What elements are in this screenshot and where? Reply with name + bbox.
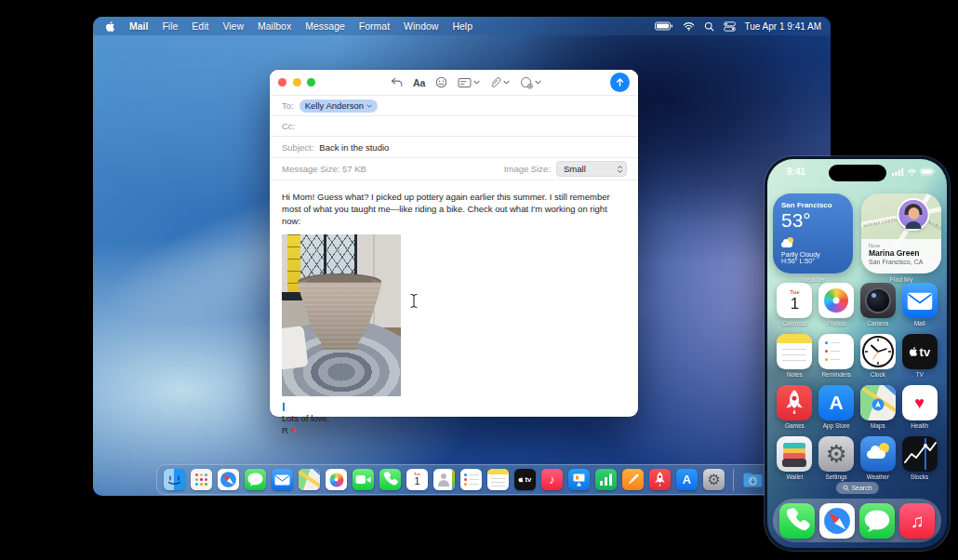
- dock-reminders[interactable]: [460, 469, 482, 490]
- calendar-day: 1: [791, 296, 799, 312]
- weather-condition: Partly Cloudy: [781, 251, 845, 258]
- dock-calendar[interactable]: Tue 1: [406, 469, 428, 490]
- mail-compose-window: Aa: [270, 70, 638, 417]
- control-center-icon[interactable]: [724, 21, 736, 32]
- dock-tv[interactable]: tv: [514, 469, 536, 490]
- menu-item-file[interactable]: File: [162, 20, 178, 32]
- dock-photos[interactable]: [326, 469, 347, 490]
- phone-app-games[interactable]: Games: [774, 385, 816, 429]
- phone-app-camera[interactable]: Camera: [858, 283, 899, 327]
- dock-contacts[interactable]: [433, 469, 455, 490]
- apple-menu-icon[interactable]: [105, 20, 115, 33]
- menu-item-edit[interactable]: Edit: [192, 20, 208, 32]
- gear-icon: ⚙: [707, 473, 720, 487]
- image-size-label: Image Size:: [504, 164, 551, 174]
- close-button[interactable]: [278, 78, 286, 87]
- dock-safari[interactable]: [218, 469, 239, 490]
- minimize-button[interactable]: [293, 78, 301, 87]
- weather-city: San Francisco: [781, 201, 845, 209]
- image-size-value: Small: [564, 164, 586, 174]
- attach-button[interactable]: [490, 76, 510, 88]
- app-label: Stocks: [911, 473, 929, 480]
- message-body[interactable]: Hi Mom! Guess what? I picked up pottery …: [270, 180, 638, 437]
- image-size-select[interactable]: Small: [556, 161, 627, 177]
- app-label: TV: [915, 371, 923, 378]
- wifi-icon[interactable]: [683, 21, 695, 31]
- video-camera-icon: [353, 469, 374, 490]
- menu-app-name[interactable]: Mail: [129, 20, 148, 32]
- message-size: Message Size: 57 KB: [282, 164, 366, 174]
- dock-launchpad[interactable]: [191, 469, 212, 490]
- contacts-person-icon: [438, 480, 449, 487]
- zoom-button[interactable]: [307, 78, 315, 87]
- phone-app-stocks[interactable]: Stocks: [898, 436, 940, 480]
- format-button[interactable]: Aa: [413, 77, 425, 88]
- phone-app-weather[interactable]: Weather: [858, 436, 899, 480]
- dock-mail[interactable]: [272, 469, 293, 490]
- menu-item-help[interactable]: Help: [452, 20, 472, 32]
- dock-facetime[interactable]: [353, 469, 374, 490]
- phone-app-photos[interactable]: Photos: [816, 283, 858, 327]
- dock-notes[interactable]: [487, 469, 509, 490]
- phone-app-tv[interactable]: tv TV: [898, 334, 940, 378]
- phone-app-calendar[interactable]: Tue 1 Calendar: [774, 283, 816, 327]
- dock-games[interactable]: [649, 469, 671, 490]
- phone-app-wallet[interactable]: Wallet: [774, 436, 816, 480]
- dock-messages[interactable]: [245, 469, 266, 490]
- keynote-podium-icon: [568, 469, 590, 490]
- cellular-icon: [892, 167, 904, 176]
- phone-app-app-store[interactable]: A App Store: [816, 385, 858, 429]
- phone-app-reminders[interactable]: Reminders: [816, 334, 858, 378]
- menu-clock[interactable]: Tue Apr 1 9:41 AM: [745, 21, 821, 32]
- dock-system-settings[interactable]: ⚙: [703, 469, 725, 490]
- body-paragraph: Hi Mom! Guess what? I picked up pottery …: [282, 191, 626, 227]
- phone-app-mail[interactable]: Mail: [898, 283, 940, 327]
- phone-app-notes[interactable]: Notes: [774, 334, 816, 378]
- mac-display: Mail File Edit View Mailbox Message Form…: [93, 17, 831, 496]
- dock-numbers[interactable]: [595, 469, 617, 490]
- find-my-widget[interactable]: MARINA GREEN DR MARINA BLVD Now Marina G…: [861, 193, 941, 273]
- iphone-dock-phone[interactable]: [779, 503, 815, 539]
- message-info-row: Message Size: 57 KB Image Size: Small: [270, 158, 638, 180]
- spotlight-search-pill[interactable]: Search: [835, 482, 878, 494]
- undo-icon[interactable]: [390, 77, 403, 87]
- cc-field[interactable]: Cc:: [270, 116, 638, 137]
- iphone-dock-safari[interactable]: [819, 503, 855, 539]
- dock-app-store[interactable]: A: [676, 469, 698, 490]
- dock-phone[interactable]: [379, 469, 401, 490]
- phone-app-settings[interactable]: ⚙ Settings: [816, 436, 858, 480]
- menu-item-mailbox[interactable]: Mailbox: [258, 20, 291, 32]
- recipient-token[interactable]: Kelly Anderson: [299, 100, 378, 113]
- search-icon[interactable]: [704, 21, 714, 32]
- subject-field[interactable]: Subject: Back in the studio: [270, 137, 638, 158]
- header-fields-button[interactable]: [458, 77, 480, 88]
- notes-line-icon: [491, 482, 505, 483]
- dock-pages[interactable]: [622, 469, 644, 490]
- dock-music[interactable]: ♪: [541, 469, 563, 490]
- dock-finder[interactable]: [164, 469, 185, 490]
- dock-keynote[interactable]: [568, 469, 590, 490]
- weather-widget[interactable]: San Francisco 53° Partly Cloudy H:56° L:…: [773, 193, 853, 273]
- iphone-dock-music[interactable]: ♫: [899, 503, 935, 539]
- notes-icon: [777, 334, 812, 369]
- emoji-icon[interactable]: [435, 76, 447, 88]
- to-field[interactable]: To: Kelly Anderson: [270, 96, 638, 116]
- calendar-day: 1: [414, 476, 419, 487]
- menu-item-window[interactable]: Window: [404, 20, 438, 32]
- menu-item-message[interactable]: Message: [305, 20, 345, 32]
- battery-icon[interactable]: [655, 21, 673, 31]
- menu-item-view[interactable]: View: [222, 20, 244, 32]
- phone-app-maps[interactable]: Maps: [858, 385, 899, 429]
- menu-item-format[interactable]: Format: [359, 20, 390, 32]
- wifi-icon: [907, 168, 917, 176]
- dock-downloads[interactable]: [742, 469, 764, 490]
- dock-maps[interactable]: [299, 469, 320, 490]
- iphone-dock-messages[interactable]: [859, 503, 895, 539]
- pages-pen-icon: [622, 469, 644, 490]
- phone-app-health[interactable]: ♥ Health: [898, 385, 940, 429]
- insert-photo-button[interactable]: [520, 76, 541, 89]
- maps-icon: [860, 385, 896, 420]
- send-button[interactable]: [610, 73, 630, 92]
- phone-app-clock[interactable]: Clock: [858, 334, 899, 378]
- pottery-photo-attachment[interactable]: [282, 234, 401, 396]
